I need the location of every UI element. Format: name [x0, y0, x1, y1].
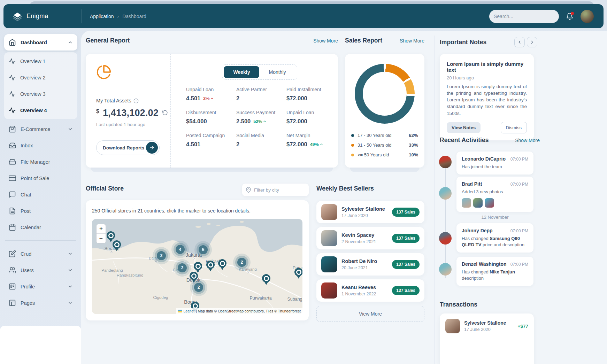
- zoom-in-button[interactable]: +: [97, 224, 106, 234]
- general-report-card: My Total Assets $ 1,413,102.02 Last upda…: [86, 54, 338, 168]
- sidebar-item-overview-4[interactable]: Overview 4: [4, 102, 77, 118]
- avatar: [445, 319, 460, 333]
- map-pin-marker[interactable]: [218, 259, 226, 268]
- map-cluster-marker[interactable]: 2: [157, 251, 166, 260]
- sidebar-item-dashboard[interactable]: Dashboard: [4, 34, 77, 51]
- notes-prev-button[interactable]: [514, 37, 525, 47]
- avatar: [321, 256, 337, 272]
- legend-dot: [351, 154, 354, 156]
- map-cluster-marker[interactable]: 2: [237, 258, 246, 267]
- map-pin-marker[interactable]: [194, 262, 202, 270]
- stat-cell: Unpaid Loan $72.000: [286, 110, 333, 125]
- sidebar-item-calendar[interactable]: Calendar: [4, 219, 77, 235]
- map-pin-marker[interactable]: [294, 268, 302, 276]
- donut-legend: 17 - 30 Years old 62% 31 - 50 Years old …: [351, 133, 418, 157]
- file-text-icon: [9, 207, 16, 215]
- stat-cell: Social Media 2: [236, 133, 283, 148]
- refresh-icon[interactable]: [162, 110, 168, 116]
- activity-item[interactable]: Leonardo DiCaprio07:00 PM Has joined the…: [456, 152, 533, 175]
- dismiss-button[interactable]: Dismiss: [501, 122, 527, 133]
- chevron-up-icon: [68, 40, 73, 45]
- breadcrumb-dashboard: Dashboard: [122, 14, 146, 19]
- toggle-weekly[interactable]: Weekly: [224, 66, 259, 78]
- age-donut-chart[interactable]: [355, 64, 415, 124]
- view-notes-button[interactable]: View Notes: [447, 122, 481, 133]
- transactions-card: Sylvester Stallone17 June 2020 +$77: [440, 313, 534, 364]
- topbar-divider: [81, 9, 82, 23]
- sidebar-item-label: Pages: [21, 300, 63, 306]
- leaflet-link[interactable]: Leaflet: [183, 309, 194, 313]
- photo-thumbnail[interactable]: [485, 198, 494, 208]
- note-title[interactable]: Lorem Ipsum is simply dummy text: [447, 61, 527, 73]
- notes-next-button[interactable]: [527, 37, 537, 47]
- sidebar-item-overview-2[interactable]: Overview 2: [4, 69, 77, 86]
- sidebar-item-users[interactable]: Users: [4, 262, 77, 278]
- activity-item[interactable]: Denzel Washington07:00 PM Has changed Ni…: [456, 257, 533, 286]
- best-seller-item[interactable]: Robert De Niro20 June 2021 137 Sales: [316, 253, 424, 276]
- filter-by-city-box: [242, 184, 309, 196]
- sidebar-item-overview-1[interactable]: Overview 1: [4, 53, 77, 69]
- breadcrumb-application[interactable]: Application: [90, 14, 114, 19]
- sidebar-item-profile[interactable]: Profile: [4, 278, 77, 295]
- sidebar-item-label: Calendar: [21, 225, 73, 230]
- chevron-up-icon: [263, 119, 267, 123]
- map-pin-marker[interactable]: [190, 272, 198, 280]
- filter-by-city-input[interactable]: [254, 187, 305, 193]
- sidebar-item-file-manager[interactable]: File Manager: [4, 154, 77, 170]
- view-more-button[interactable]: View More: [316, 306, 424, 322]
- stats-grid: Unpaid Loan 4.501 2% Active Partner 2 Pa…: [186, 87, 333, 148]
- currency-symbol: $: [96, 108, 99, 115]
- toggle-monthly[interactable]: Monthly: [259, 66, 295, 78]
- zoom-out-button[interactable]: −: [97, 234, 106, 243]
- brand[interactable]: Enigma: [3, 12, 81, 21]
- best-seller-item[interactable]: Keanu Reeves1 November 2022 137 Sales: [316, 279, 424, 302]
- town-dot: [111, 251, 113, 253]
- section-title: Official Store: [86, 185, 124, 192]
- transaction-item[interactable]: Sylvester Stallone17 June 2020 +$77: [445, 319, 528, 333]
- store-map[interactable]: + − Serang Jakarta Bekasi Depok Bogor Pu…: [92, 219, 302, 314]
- sidebar-item-chat[interactable]: Chat: [4, 186, 77, 203]
- activity-item[interactable]: Johnny Depp07:00 PM Has changed Samsung …: [456, 223, 533, 253]
- photo-thumbnail[interactable]: [462, 198, 471, 208]
- info-icon[interactable]: [133, 98, 139, 103]
- map-cluster-marker[interactable]: 2: [194, 283, 203, 292]
- map-pin-marker[interactable]: [206, 261, 215, 269]
- stat-cell: Success Payment 2.500 52%: [236, 110, 283, 125]
- map-cluster-marker[interactable]: 4: [176, 245, 185, 254]
- sidebar-item-ecommerce[interactable]: E-Commerce: [4, 121, 77, 137]
- assets-label: My Total Assets: [96, 98, 131, 103]
- sidebar-submenu: Overview 1 Overview 2 Overview 3 Overvie…: [4, 52, 77, 119]
- map-pin-marker[interactable]: [107, 231, 115, 240]
- map-pin-marker[interactable]: [113, 240, 121, 249]
- sidebar-item-pages[interactable]: Pages: [4, 295, 77, 311]
- download-reports-button[interactable]: Download Reports: [96, 140, 160, 155]
- map-cluster-marker[interactable]: 5: [199, 245, 208, 254]
- user-avatar[interactable]: [581, 10, 594, 23]
- search-input[interactable]: [494, 14, 557, 19]
- best-seller-item[interactable]: Kevin Spacey2 November 2021 137 Sales: [316, 227, 424, 249]
- sidebar-item-overview-3[interactable]: Overview 3: [4, 86, 77, 102]
- chevron-right-icon: [530, 40, 535, 45]
- legend-row: 31 - 50 Years old 33%: [351, 142, 418, 148]
- official-store-header: Official Store: [86, 185, 309, 192]
- sales-report-show-more[interactable]: Show More: [400, 38, 424, 44]
- photo-thumbnail[interactable]: [473, 198, 483, 208]
- photo-thumbnails: [462, 198, 528, 208]
- map-pin-icon: [246, 187, 251, 193]
- map-cluster-marker[interactable]: 2: [178, 263, 187, 272]
- activities-show-more[interactable]: Show More: [515, 138, 540, 143]
- avatar: [321, 230, 337, 246]
- official-store-card: 250 Official stores in 21 countries, cli…: [86, 200, 309, 320]
- sidebar-item-inbox[interactable]: Inbox: [4, 137, 77, 154]
- avatar: [439, 263, 452, 276]
- notifications-button[interactable]: [566, 13, 574, 20]
- sidebar-item-crud[interactable]: Crud: [4, 246, 77, 262]
- activity-item[interactable]: Brad Pitt07:00 PM Added 3 new photos: [456, 177, 533, 212]
- sidebar-item-post[interactable]: Post: [4, 203, 77, 219]
- sidebar-item-point-of-sale[interactable]: Point of Sale: [4, 170, 77, 186]
- general-report-show-more[interactable]: Show More: [313, 38, 338, 44]
- best-seller-item[interactable]: Sylvester Stallone17 June 2020 137 Sales: [316, 201, 424, 223]
- legend-dot: [351, 144, 354, 147]
- map-pin-marker[interactable]: [262, 274, 270, 282]
- general-report-header: General Report Show More: [86, 37, 338, 44]
